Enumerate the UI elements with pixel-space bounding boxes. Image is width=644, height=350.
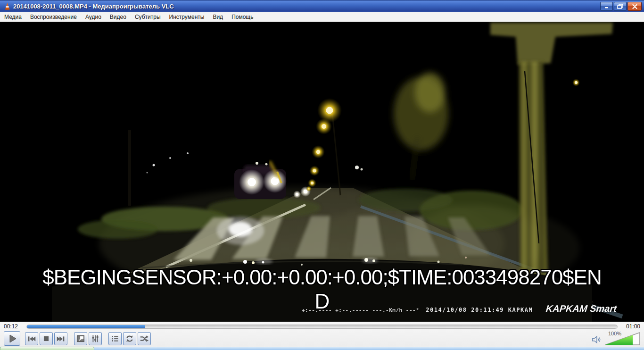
fullscreen-button[interactable] <box>74 332 87 345</box>
stop-button[interactable] <box>40 332 53 345</box>
menu-item-video[interactable]: Видео <box>106 13 131 21</box>
window-title: 20141008-2011_0008.MP4 - Медиапроигрыват… <box>13 3 600 10</box>
title-bar[interactable]: 20141008-2011_0008.MP4 - Медиапроигрыват… <box>0 0 644 12</box>
next-icon <box>56 333 66 344</box>
volume-control: 100% <box>591 331 641 346</box>
control-bar: 00:12 01:00 <box>0 322 644 347</box>
restore-button[interactable] <box>614 2 627 11</box>
volume-wedge-icon <box>604 331 641 346</box>
menu-item-subtitles[interactable]: Субтитры <box>131 13 165 21</box>
stop-icon <box>41 333 51 344</box>
equalizer-icon <box>90 333 100 344</box>
video-display-area[interactable]: $BEGINGSENSOR:+0.00:+0.00:+0.00;$TIME:00… <box>0 22 644 322</box>
dashcam-brand-logo: KAPKAM Smart <box>545 303 617 314</box>
vlc-window: 20141008-2011_0008.MP4 - Медиапроигрыват… <box>0 0 644 350</box>
shuffle-button[interactable] <box>138 332 151 345</box>
shuffle-icon <box>139 333 149 344</box>
volume-slider[interactable]: 100% <box>604 331 641 346</box>
close-button[interactable] <box>627 2 642 11</box>
menu-item-help[interactable]: Помощь <box>227 13 257 21</box>
extended-settings-button[interactable] <box>89 332 102 345</box>
minimize-button[interactable] <box>600 2 613 11</box>
playlist-button[interactable] <box>108 332 122 345</box>
next-button[interactable] <box>54 332 67 345</box>
previous-button[interactable] <box>25 332 38 345</box>
menu-bar: Медиа Воспроизведение Аудио Видео Субтит… <box>0 12 644 22</box>
fullscreen-icon <box>75 333 86 344</box>
seek-row: 00:12 01:00 <box>0 322 644 331</box>
close-icon <box>632 4 637 9</box>
play-icon <box>7 333 18 344</box>
taskbar-edge-fill <box>94 347 644 350</box>
dashcam-datetime: 2014/10/08 20:11:49 КАРКАМ <box>426 307 533 313</box>
menu-item-audio[interactable]: Аудио <box>81 13 106 21</box>
window-controls <box>600 2 642 11</box>
speaker-icon[interactable] <box>591 335 602 344</box>
menu-item-view[interactable]: Вид <box>208 13 227 21</box>
subtitle-line-1: $BEGINGSENSOR:+0.00:+0.00:+0.00;$TIME:00… <box>0 265 644 289</box>
menu-item-tools[interactable]: Инструменты <box>165 13 209 21</box>
playlist-icon <box>110 333 120 344</box>
button-row: 100% <box>0 331 644 347</box>
total-time: 01:00 <box>622 323 640 330</box>
menu-item-media[interactable]: Медиа <box>0 13 26 21</box>
loop-button[interactable] <box>123 332 136 345</box>
seek-fill <box>27 325 145 328</box>
previous-icon <box>26 333 37 344</box>
seek-bar[interactable] <box>26 325 618 329</box>
menu-item-playback[interactable]: Воспроизведение <box>26 13 81 21</box>
dashcam-overlay: +:--.---- +:--.----- ---.-Km/h ---° 2014… <box>302 303 617 314</box>
restore-icon <box>617 4 623 9</box>
elapsed-time: 00:12 <box>4 323 22 330</box>
taskbar-edge <box>0 347 644 350</box>
gps-placeholder-text: +:--.---- +:--.----- ---.-Km/h ---° <box>302 307 419 313</box>
play-button[interactable] <box>4 331 20 346</box>
taskbar-button-edge[interactable] <box>0 347 94 350</box>
loop-icon <box>124 333 135 344</box>
vlc-cone-icon <box>3 2 11 10</box>
minimize-icon <box>604 4 610 8</box>
